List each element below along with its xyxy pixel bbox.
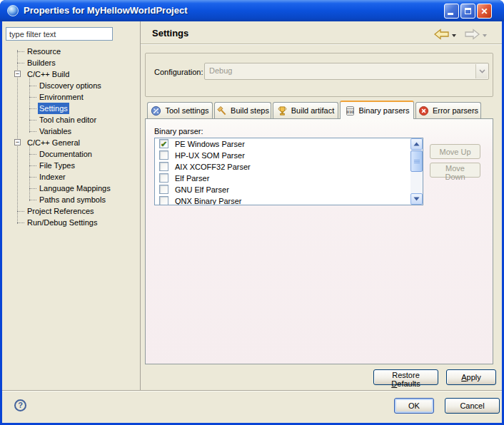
move-down-button[interactable]: Move Down: [430, 163, 480, 178]
scroll-up-icon: [413, 142, 420, 146]
error-icon: [418, 106, 429, 116]
scrollbar-thumb[interactable]: [410, 150, 423, 172]
checkbox-icon[interactable]: [159, 150, 168, 160]
wrench-icon: [151, 106, 161, 116]
tree-item-builders[interactable]: Builders: [2, 57, 138, 68]
tree-connector: [29, 131, 36, 132]
tree-item-variables[interactable]: Variables: [2, 126, 138, 137]
tree-item-discovery-options[interactable]: Discovery options: [2, 80, 138, 91]
footer-separator: [2, 390, 502, 391]
app-icon: [7, 5, 19, 16]
tree-item-environment[interactable]: Environment: [2, 91, 138, 103]
ok-button[interactable]: OK: [394, 398, 434, 414]
tree-connector: [29, 200, 36, 200]
list-item[interactable]: AIX XCOFF32 Parser: [155, 161, 423, 173]
forward-icon: [464, 29, 480, 40]
scroll-down-button[interactable]: [410, 193, 423, 205]
close-icon: ✕: [480, 6, 488, 16]
forward-dropdown-icon[interactable]: [483, 34, 487, 37]
list-item[interactable]: Elf Parser: [155, 173, 423, 184]
tree-connector: [17, 211, 24, 212]
binary-parser-list[interactable]: ✔ PE Windows Parser HP-UX SOM Parser AIX…: [154, 138, 423, 205]
page-title: Settings: [152, 28, 188, 39]
tree-connector: [29, 188, 36, 189]
combo-arrow-button[interactable]: [475, 64, 488, 78]
tree-connector: [17, 51, 24, 52]
tree-item-run-debug-settings[interactable]: Run/Debug Settings: [2, 217, 138, 228]
list-item[interactable]: QNX Binary Parser: [155, 195, 423, 205]
checkbox-icon[interactable]: [159, 196, 168, 205]
tab-binary-parsers[interactable]: 010 Binary parsers: [340, 101, 414, 119]
tree-connector: [29, 86, 36, 86]
tree-item-language-mappings[interactable]: Language Mappings: [2, 183, 138, 194]
cancel-button[interactable]: Cancel: [445, 398, 500, 414]
help-button[interactable]: ?: [14, 399, 26, 411]
hammer-icon: [216, 106, 227, 116]
back-icon: [434, 29, 450, 40]
checkbox-checked-icon[interactable]: ✔: [159, 139, 168, 148]
configuration-group: Configuration: Debug: [145, 53, 493, 97]
list-item[interactable]: GNU Elf Parser: [155, 184, 423, 195]
tree-connector: [17, 222, 24, 223]
checkbox-icon[interactable]: [159, 173, 168, 183]
tree-item-tool-chain-editor[interactable]: Tool chain editor: [2, 114, 138, 126]
tab-error-parsers[interactable]: Error parsers: [415, 102, 481, 118]
tree-connector: [17, 63, 24, 63]
minimize-icon: [448, 13, 453, 15]
list-item[interactable]: ✔ PE Windows Parser: [155, 138, 423, 150]
maximize-button[interactable]: [460, 4, 475, 19]
tree-item-indexer[interactable]: Indexer: [2, 171, 138, 183]
scroll-up-button[interactable]: [410, 138, 423, 150]
tree-item-settings[interactable]: Settings: [2, 103, 138, 114]
scrollbar-grip-icon: [414, 160, 420, 164]
maximize-icon: [465, 8, 471, 14]
tree-connector: [29, 108, 36, 109]
close-button[interactable]: ✕: [477, 4, 492, 19]
restore-defaults-button[interactable]: Restore Defaults: [373, 369, 438, 385]
titlebar[interactable]: Properties for MyHellowWorldProject ✕: [0, 0, 504, 21]
minimize-button[interactable]: [444, 4, 459, 19]
checkbox-icon[interactable]: [159, 162, 168, 171]
filter-input[interactable]: [6, 27, 113, 41]
artifact-icon: [277, 106, 288, 116]
tree-connector: [29, 165, 36, 166]
tab-build-steps[interactable]: Build steps: [214, 102, 271, 118]
list-item[interactable]: HP-UX SOM Parser: [155, 150, 423, 161]
binary-parser-label: Binary parser:: [154, 127, 203, 135]
properties-dialog: Properties for MyHellowWorldProject ✕ Re…: [0, 0, 504, 425]
binary-parsers-panel: Binary parser: ✔ PE Windows Parser HP-UX…: [145, 118, 493, 364]
tree-item-paths-and-symbols[interactable]: Paths and symbols: [2, 194, 138, 205]
tree-item-file-types[interactable]: File Types: [2, 160, 138, 171]
sidebar-divider: [140, 21, 141, 390]
window-title: Properties for MyHellowWorldProject: [24, 5, 187, 16]
tree-item-resource[interactable]: Resource: [2, 46, 138, 57]
svg-text:010: 010: [346, 109, 353, 113]
tab-tool-settings[interactable]: Tool settings: [147, 102, 213, 118]
chevron-down-icon: [479, 69, 485, 73]
back-dropdown-icon[interactable]: [452, 34, 456, 37]
collapse-icon[interactable]: −: [14, 139, 21, 145]
configuration-select[interactable]: Debug: [204, 63, 489, 80]
scrollbar[interactable]: [410, 138, 423, 205]
binary-document-icon: 010: [345, 106, 356, 116]
tree-connector: [29, 177, 36, 178]
tree-item-project-references[interactable]: Project References: [2, 205, 138, 217]
back-button[interactable]: [433, 29, 450, 41]
configuration-label: Configuration:: [154, 68, 203, 76]
tree-item-cpp-general[interactable]: −C/C++ General: [2, 137, 138, 148]
configuration-value: Debug: [209, 66, 232, 75]
scroll-down-icon: [413, 197, 420, 201]
header-separator: [141, 43, 502, 44]
tree-item-cpp-build[interactable]: −C/C++ Build: [2, 68, 138, 80]
properties-tree: Resource Builders −C/C++ Build Discovery…: [2, 44, 139, 230]
checkbox-icon[interactable]: [159, 185, 168, 194]
tab-build-artifact[interactable]: Build artifact: [273, 102, 338, 118]
tree-connector: [29, 97, 36, 98]
collapse-icon[interactable]: −: [14, 71, 21, 77]
tree-connector: [29, 154, 36, 155]
forward-button[interactable]: [463, 29, 480, 41]
tree-item-documentation[interactable]: Documentation: [2, 148, 138, 160]
move-up-button[interactable]: Move Up: [430, 144, 480, 159]
apply-button[interactable]: Apply: [446, 369, 496, 385]
help-icon: ?: [18, 401, 23, 409]
